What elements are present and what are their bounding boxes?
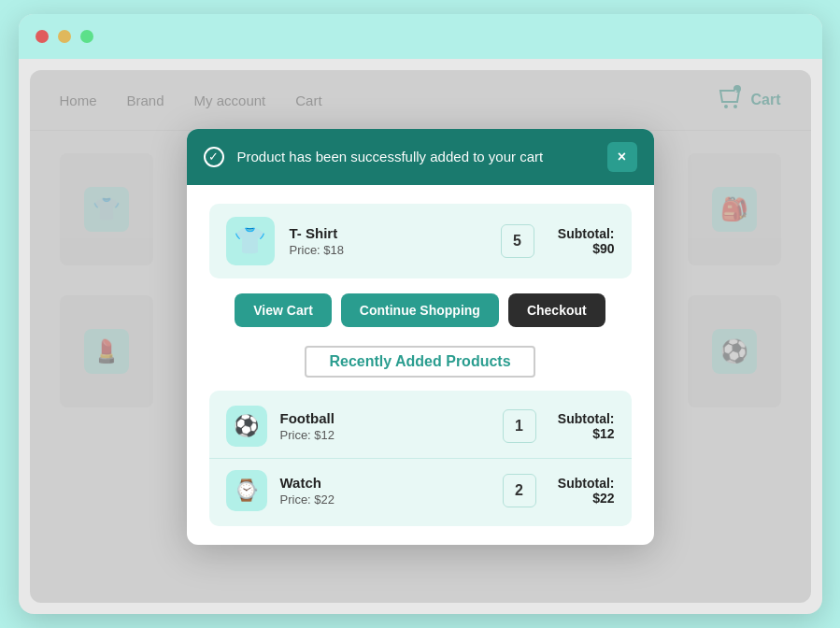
- football-qty: 1: [503, 409, 536, 443]
- check-icon: ✓: [204, 147, 224, 167]
- tshirt-icon: 👕: [226, 217, 275, 265]
- recently-title-box: Recently Added Products: [305, 346, 534, 378]
- watch-qty: 2: [503, 474, 536, 507]
- view-cart-button[interactable]: View Cart: [235, 293, 332, 327]
- tshirt-info: T- Shirt Price: $18: [290, 225, 486, 257]
- continue-shopping-button[interactable]: Continue Shopping: [341, 293, 499, 327]
- modal-banner: ✓ Product has been successfully added to…: [187, 129, 654, 185]
- browser-window: Home Brand My account Cart + Cart: [19, 14, 822, 614]
- dot-green[interactable]: [80, 30, 93, 43]
- modal-close-button[interactable]: ×: [607, 142, 637, 172]
- browser-content: Home Brand My account Cart + Cart: [30, 70, 811, 603]
- watch-subtotal: Subtotal: $22: [549, 476, 615, 506]
- watch-name: Watch: [280, 475, 490, 491]
- recently-added-items: ⚽ Football Price: $12 1 Subtotal: $12: [209, 391, 632, 526]
- dot-yellow[interactable]: [58, 30, 71, 43]
- recently-added-title: Recently Added Products: [209, 346, 632, 378]
- football-icon: ⚽: [226, 406, 267, 447]
- football-info: Football Price: $12: [280, 410, 490, 442]
- tshirt-name: T- Shirt: [290, 225, 486, 241]
- cart-item-tshirt: 👕 T- Shirt Price: $18 5 Subtotal: $90: [209, 204, 632, 278]
- tshirt-qty: 5: [501, 224, 534, 258]
- dot-red[interactable]: [36, 30, 49, 43]
- browser-titlebar: [19, 14, 822, 59]
- banner-text: Product has been successfully added to y…: [237, 149, 544, 164]
- watch-info: Watch Price: $22: [280, 475, 490, 507]
- football-name: Football: [280, 410, 490, 426]
- action-buttons: View Cart Continue Shopping Checkout: [209, 293, 632, 327]
- recently-accent: Added Products: [395, 353, 511, 369]
- football-subtotal: Subtotal: $12: [549, 411, 615, 441]
- tshirt-price: Price: $18: [290, 243, 486, 257]
- cart-modal: ✓ Product has been successfully added to…: [187, 129, 654, 545]
- recent-item-watch: ⌚ Watch Price: $22 2 Subtotal: $22: [209, 458, 632, 522]
- watch-price: Price: $22: [280, 492, 490, 507]
- modal-overlay: ✓ Product has been successfully added to…: [30, 70, 811, 603]
- watch-icon: ⌚: [226, 470, 267, 511]
- modal-body: 👕 T- Shirt Price: $18 5 Subtotal: $90: [187, 185, 654, 545]
- football-price: Price: $12: [280, 428, 490, 442]
- tshirt-subtotal: Subtotal: $90: [549, 226, 615, 256]
- recent-item-football: ⚽ Football Price: $12 1 Subtotal: $12: [209, 394, 632, 458]
- checkout-button[interactable]: Checkout: [508, 293, 605, 327]
